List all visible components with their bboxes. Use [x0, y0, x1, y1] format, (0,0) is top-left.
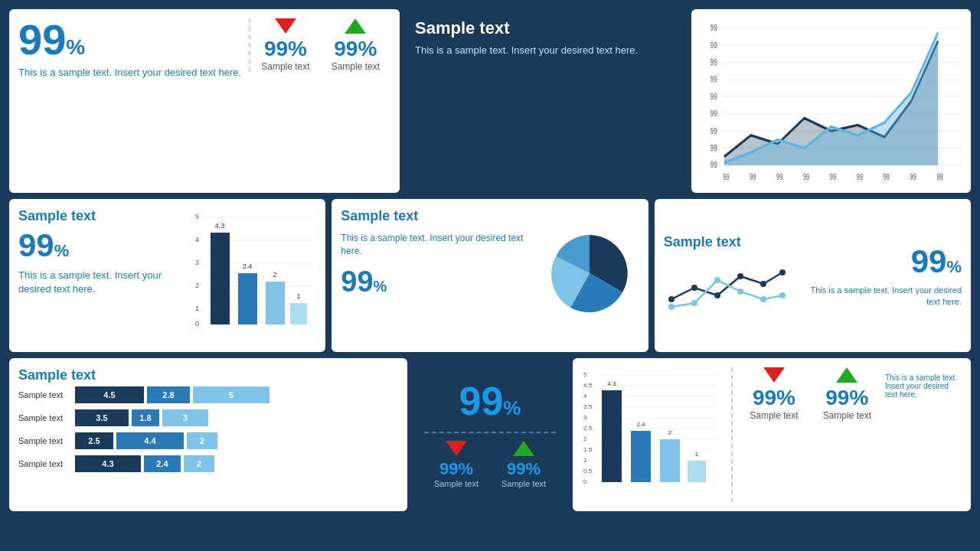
hbar-row-1: Sample text 4.5 2.8 5 — [18, 386, 398, 403]
svg-text:99: 99 — [710, 160, 718, 169]
hbar-seg2-1: 3.5 — [75, 409, 129, 426]
svg-text:1: 1 — [297, 292, 301, 300]
card3-2-suffix: % — [503, 396, 521, 419]
card2-3-suffix: % — [946, 257, 962, 276]
card1-stats: 99% Sample text 99% Sample text — [249, 18, 390, 72]
svg-text:99: 99 — [710, 23, 718, 32]
card2-1-barchart: 5 4 3 2 1 0 4.3 — [194, 208, 316, 343]
svg-point-59 — [760, 296, 766, 302]
hbar-seg1-3: 5 — [193, 386, 270, 403]
dark-arrow-down-icon — [446, 441, 467, 456]
svg-text:99: 99 — [710, 40, 718, 49]
svg-rect-87 — [660, 439, 680, 482]
hbar-chart: Sample text 4.5 2.8 5 Sample text 3.5 1.… — [18, 386, 398, 472]
svg-text:4: 4 — [195, 236, 199, 243]
big-stat-suffix: % — [66, 35, 85, 59]
svg-point-53 — [760, 281, 766, 287]
card2-1: Sample text 99% This is a sample text. I… — [9, 199, 325, 352]
hbar-row-4: Sample text 4.3 2.4 2 — [18, 455, 398, 472]
svg-text:2: 2 — [583, 435, 587, 442]
pie-chart-wrap — [540, 227, 639, 319]
svg-text:5: 5 — [195, 213, 199, 220]
svg-rect-89 — [688, 461, 706, 482]
svg-rect-47 — [290, 303, 307, 324]
card3-3-stat1-label: Sample text — [750, 410, 798, 421]
card1-sample-text: This is a sample text. Insert your desir… — [18, 66, 243, 80]
card3-3-stat2-label: Sample text — [823, 410, 871, 421]
svg-text:2: 2 — [273, 271, 277, 279]
svg-text:3: 3 — [583, 414, 587, 421]
card2-2-pct: 99 — [341, 266, 373, 298]
svg-text:99: 99 — [710, 92, 718, 101]
card2-title: Sample text — [415, 18, 676, 38]
card1-1: 99% This is a sample text. Insert your d… — [9, 9, 400, 193]
svg-text:2.5: 2.5 — [583, 425, 593, 432]
svg-text:99: 99 — [857, 173, 863, 181]
card3-3-right: 99% Sample text 99% Sample text This is … — [731, 367, 962, 502]
hbar-row-3: Sample text 2.5 4.4 2 — [18, 432, 398, 449]
card3-3-arrow-down-icon — [763, 367, 785, 383]
card2-1-pct: 99 — [18, 227, 54, 263]
svg-text:99: 99 — [710, 126, 718, 135]
hbar-seg2-2: 1.8 — [132, 409, 159, 426]
hbar-seg4-2: 2.4 — [144, 455, 181, 472]
svg-rect-43 — [238, 273, 257, 324]
svg-point-54 — [779, 269, 786, 276]
svg-text:2.4: 2.4 — [636, 421, 645, 428]
svg-text:99: 99 — [710, 143, 718, 152]
card2-1-text: This is a sample text. Insert your desir… — [18, 269, 188, 296]
svg-point-60 — [779, 292, 786, 298]
svg-text:1: 1 — [583, 457, 587, 464]
svg-text:99: 99 — [723, 173, 729, 181]
svg-text:0.5: 0.5 — [583, 468, 593, 474]
svg-text:99: 99 — [750, 173, 756, 181]
row3: Sample text Sample text 4.5 2.8 5 Sample… — [9, 358, 971, 511]
hbar-seg2-3: 3 — [162, 409, 208, 426]
hbar-seg1-1: 4.5 — [75, 386, 144, 403]
hbar-seg3-1: 2.5 — [75, 432, 113, 449]
hbar-seg4-1: 4.3 — [75, 455, 141, 472]
card2-3-left: Sample text — [664, 234, 786, 318]
stat-block-2: 99% Sample text — [321, 18, 390, 72]
card1-left: 99% This is a sample text. Insert your d… — [18, 18, 249, 80]
arrow-up-icon — [345, 18, 366, 34]
svg-text:99: 99 — [910, 173, 916, 181]
dark-stat1-pct: 99% — [439, 459, 473, 479]
svg-point-49 — [668, 296, 675, 302]
dark-stat2-label: Sample text — [501, 479, 546, 488]
dark-stat-1: 99% Sample text — [434, 441, 479, 488]
svg-text:4.3: 4.3 — [607, 380, 616, 387]
hbar-label-2: Sample text — [18, 413, 72, 422]
svg-text:2: 2 — [195, 282, 199, 289]
svg-rect-41 — [211, 233, 230, 324]
svg-point-50 — [691, 285, 697, 291]
svg-rect-45 — [266, 282, 285, 324]
svg-text:0: 0 — [195, 320, 199, 328]
card2-2-body: This is a sample text. Insert your desir… — [341, 232, 533, 258]
svg-rect-83 — [602, 390, 622, 482]
card3-3-arrow-up-icon — [836, 367, 858, 383]
bar-chart-svg: 5 4 3 2 1 0 4.3 — [194, 208, 316, 331]
card3-2-pct-wrap: 99% — [459, 381, 521, 421]
svg-text:99: 99 — [884, 173, 890, 181]
card2-2-content: This is a sample text. Insert your desir… — [341, 227, 639, 319]
card3-3-stat1: 99% Sample text — [739, 367, 808, 502]
svg-text:5: 5 — [583, 371, 587, 378]
stat1-pct: 99% — [264, 37, 307, 61]
hbar-label-4: Sample text — [18, 459, 72, 468]
svg-text:0: 0 — [583, 478, 587, 485]
svg-point-58 — [737, 289, 743, 295]
card3-2-pct: 99 — [459, 379, 504, 423]
svg-point-56 — [691, 300, 697, 306]
card3-1: Sample text Sample text 4.5 2.8 5 Sample… — [9, 358, 407, 511]
dark-stat-2: 99% Sample text — [501, 441, 546, 488]
svg-text:3.5: 3.5 — [583, 403, 593, 410]
svg-text:4.3: 4.3 — [215, 222, 225, 230]
svg-point-55 — [668, 304, 675, 310]
stat-block-1: 99% Sample text — [250, 18, 320, 72]
card2-2-title: Sample text — [341, 208, 639, 224]
line-chart-svg: 99 99 99 99 99 99 99 99 99 99 — [697, 15, 965, 187]
svg-text:99: 99 — [830, 173, 836, 181]
card3-1-title: Sample text — [18, 367, 398, 383]
hbar-seg3-2: 4.4 — [116, 432, 184, 449]
